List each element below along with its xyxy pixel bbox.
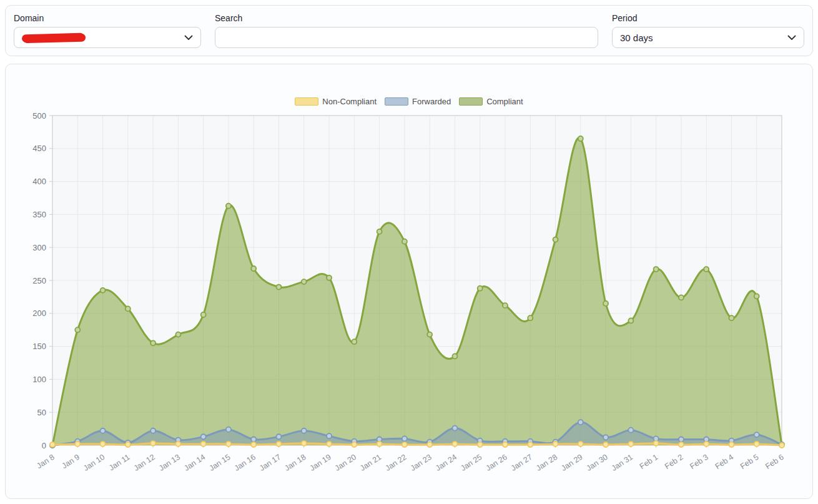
data-point-marker[interactable] (679, 442, 684, 447)
compliance-area-chart[interactable]: 050100150200250300350400450500Jan 8Jan 9… (6, 64, 812, 498)
data-point-marker[interactable] (427, 332, 432, 337)
data-point-marker[interactable] (603, 301, 608, 306)
data-point-marker[interactable] (553, 237, 558, 242)
y-axis-label: 100 (32, 375, 46, 384)
data-point-marker[interactable] (175, 442, 180, 447)
domain-select[interactable] (14, 27, 201, 48)
data-point-marker[interactable] (679, 295, 684, 300)
data-point-marker[interactable] (302, 441, 307, 446)
data-point-marker[interactable] (452, 426, 457, 431)
x-axis-label: Jan 25 (459, 453, 483, 473)
data-point-marker[interactable] (779, 443, 784, 448)
data-point-marker[interactable] (578, 136, 583, 141)
data-point-marker[interactable] (754, 294, 759, 299)
search-label: Search (215, 13, 598, 23)
data-point-marker[interactable] (452, 442, 457, 447)
data-point-marker[interactable] (226, 427, 231, 432)
data-point-marker[interactable] (704, 267, 709, 272)
data-point-marker[interactable] (352, 442, 357, 447)
data-point-marker[interactable] (452, 353, 457, 358)
data-point-marker[interactable] (302, 428, 307, 433)
data-point-marker[interactable] (528, 442, 533, 447)
data-point-marker[interactable] (578, 420, 583, 425)
domain-label: Domain (14, 13, 201, 23)
period-select[interactable]: 30 days (612, 27, 804, 48)
data-point-marker[interactable] (628, 318, 633, 323)
data-point-marker[interactable] (201, 312, 206, 317)
data-point-marker[interactable] (377, 442, 382, 447)
data-point-marker[interactable] (729, 315, 734, 320)
data-point-marker[interactable] (553, 442, 558, 447)
x-axis-label: Feb 2 (663, 453, 684, 471)
data-point-marker[interactable] (126, 306, 131, 311)
data-point-marker[interactable] (754, 432, 759, 437)
data-point-marker[interactable] (126, 442, 131, 447)
data-point-marker[interactable] (402, 239, 407, 244)
search-field: Search (215, 13, 598, 48)
legend-label: Forwarded (412, 97, 451, 106)
x-axis-label: Jan 9 (61, 453, 81, 470)
x-axis-label: Jan 26 (484, 453, 508, 473)
data-point-marker[interactable] (628, 428, 633, 433)
data-point-marker[interactable] (302, 279, 307, 284)
data-point-marker[interactable] (603, 442, 608, 447)
data-point-marker[interactable] (327, 433, 332, 438)
data-point-marker[interactable] (150, 441, 155, 446)
data-point-marker[interactable] (654, 267, 659, 272)
data-point-marker[interactable] (578, 442, 583, 447)
y-axis-label: 0 (42, 441, 46, 450)
data-point-marker[interactable] (201, 434, 206, 439)
data-point-marker[interactable] (75, 442, 80, 447)
redacted-domain-scribble (22, 32, 84, 42)
data-point-marker[interactable] (150, 340, 155, 345)
data-point-marker[interactable] (75, 327, 80, 332)
data-point-marker[interactable] (427, 442, 432, 447)
data-point-marker[interactable] (754, 442, 759, 447)
data-point-marker[interactable] (628, 442, 633, 447)
legend-swatch-forwarded (385, 97, 408, 106)
x-axis-label: Jan 18 (283, 453, 307, 473)
data-point-marker[interactable] (603, 435, 608, 440)
data-point-marker[interactable] (276, 434, 281, 439)
data-point-marker[interactable] (503, 303, 508, 308)
data-point-marker[interactable] (175, 332, 180, 337)
data-point-marker[interactable] (327, 275, 332, 280)
data-point-marker[interactable] (101, 442, 106, 447)
y-axis-label: 450 (32, 144, 46, 153)
data-point-marker[interactable] (276, 285, 281, 290)
data-point-marker[interactable] (327, 442, 332, 447)
search-input[interactable] (215, 27, 598, 48)
data-point-marker[interactable] (276, 442, 281, 447)
data-point-marker[interactable] (352, 339, 357, 344)
data-point-marker[interactable] (478, 286, 483, 291)
period-label: Period (612, 13, 804, 23)
data-point-marker[interactable] (50, 442, 55, 447)
y-axis-label: 200 (32, 309, 46, 318)
data-point-marker[interactable] (251, 266, 256, 271)
y-axis-label: 300 (32, 243, 46, 252)
data-point-marker[interactable] (251, 437, 256, 442)
x-axis-label: Jan 15 (207, 453, 232, 473)
data-point-marker[interactable] (150, 428, 155, 433)
data-point-marker[interactable] (402, 436, 407, 441)
data-point-marker[interactable] (503, 442, 508, 447)
data-point-marker[interactable] (101, 288, 106, 293)
data-point-marker[interactable] (679, 437, 684, 442)
data-point-marker[interactable] (226, 442, 231, 447)
data-point-marker[interactable] (704, 442, 709, 447)
data-point-marker[interactable] (251, 442, 256, 447)
data-point-marker[interactable] (528, 315, 533, 320)
data-point-marker[interactable] (201, 442, 206, 447)
data-point-marker[interactable] (478, 442, 483, 447)
x-axis-label: Feb 4 (714, 453, 735, 471)
data-point-marker[interactable] (729, 442, 734, 447)
data-point-marker[interactable] (654, 441, 659, 446)
data-point-marker[interactable] (101, 428, 106, 433)
data-point-marker[interactable] (402, 442, 407, 447)
data-point-marker[interactable] (377, 229, 382, 234)
data-point-marker[interactable] (226, 204, 231, 209)
x-axis-label: Feb 1 (638, 453, 659, 471)
y-axis-label: 500 (32, 111, 46, 121)
page: Domain Search Period 30 days (0, 0, 818, 504)
x-axis-label: Jan 30 (585, 453, 609, 473)
